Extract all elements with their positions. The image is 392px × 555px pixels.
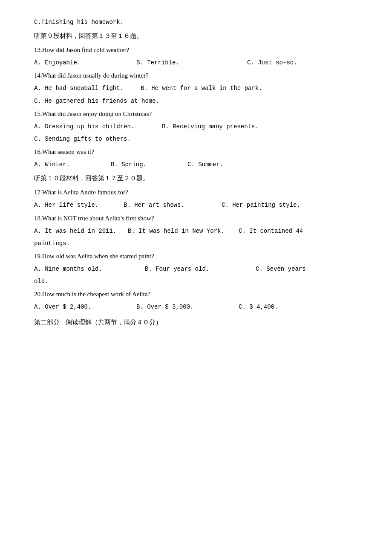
q17-option-b: B. Her art shows. — [124, 200, 222, 211]
q13-option-b: B. Terrible. — [136, 58, 247, 68]
question-19-options-row2: old. — [34, 276, 358, 287]
q14-option-b: B. He went for a walk in the park. — [141, 83, 262, 94]
question-20-options: A. Over $ 2,400. B. Over $ 3,000. C. $ 4… — [34, 302, 358, 312]
q16-option-b: B. Spring. — [111, 159, 187, 170]
question-20-text: 20.How much is the cheapest work of Aeli… — [34, 289, 358, 300]
listen-section-10-header: 听第１０段材料，回答第１７至２０题。 — [34, 173, 358, 184]
q16-option-c: C. Summer. — [187, 159, 223, 170]
question-19-text: 19.How old was Aelita when she started p… — [34, 251, 358, 262]
question-17: 17.What is Aelita Andre famous for? A. H… — [34, 187, 358, 211]
question-13: 13.How did Jason find cold weather? A. E… — [34, 44, 358, 68]
question-16: 16.What season was it? A. Winter. B. Spr… — [34, 146, 358, 170]
question-14: 14.What did Jason usually do during wint… — [34, 70, 358, 106]
q13-option-c: C. Just so-so. — [247, 58, 332, 68]
q20-option-b: B. Over $ 3,000. — [136, 302, 239, 312]
question-20: 20.How much is the cheapest work of Aeli… — [34, 289, 358, 312]
question-15-options-row2: C. Sending gifts to others. — [34, 134, 358, 145]
q13-option-a: A. Enjoyable. — [34, 58, 136, 68]
question-13-options: A. Enjoyable. B. Terrible. C. Just so-so… — [34, 58, 358, 68]
question-16-options: A. Winter. B. Spring. C. Summer. — [34, 159, 358, 170]
question-15: 15.What did Jason enjoy doing on Christm… — [34, 108, 358, 145]
q18-option-a: A. It was held in 2011. — [34, 226, 128, 237]
part-2-header: 第二部分 阅读理解（共两节，满分４０分） — [34, 317, 358, 328]
q18-option-b: B. It was held in New York. — [128, 226, 239, 237]
question-19-options-row1: A. Nine months old. B. Four years old. C… — [34, 264, 358, 275]
q17-option-c: C. Her painting style. — [222, 200, 300, 211]
q14-option-c: C. He gathered his friends at home. — [34, 96, 159, 107]
question-17-options: A. Her life style. B. Her art shows. C. … — [34, 200, 358, 211]
q15-option-b: B. Receiving many presents. — [162, 121, 259, 132]
q20-option-c: C. $ 4,400. — [239, 302, 278, 312]
q19-option-a: A. Nine months old. — [34, 264, 145, 275]
q15-option-c: C. Sending gifts to others. — [34, 134, 131, 145]
question-14-options-row1: A. He had snowball fight. B. He went for… — [34, 83, 358, 94]
question-14-text: 14.What did Jason usually do during wint… — [34, 70, 358, 81]
question-18-text: 18.What is NOT true about Aelita's first… — [34, 213, 358, 224]
question-15-options-row1: A. Dressing up his children. B. Receivin… — [34, 121, 358, 132]
question-15-text: 15.What did Jason enjoy doing on Christm… — [34, 108, 358, 120]
question-13-text: 13.How did Jason find cold weather? — [34, 44, 358, 56]
q20-option-a: A. Over $ 2,400. — [34, 302, 136, 312]
question-17-text: 17.What is Aelita Andre famous for? — [34, 187, 358, 198]
question-18: 18.What is NOT true about Aelita's first… — [34, 213, 358, 249]
q18-option-c-cont: paintings. — [34, 238, 70, 249]
q14-option-a: A. He had snowball fight. — [34, 83, 141, 94]
page-content: C.Finishing his homework. 听第９段材料，回答第１３至１… — [34, 17, 358, 328]
q16-option-a: A. Winter. — [34, 159, 111, 170]
q19-option-c-cont: old. — [34, 276, 49, 287]
question-14-options-row2: C. He gathered his friends at home. — [34, 96, 358, 107]
listen-section-9-header: 听第９段材料，回答第１３至１６题。 — [34, 30, 358, 42]
q15-option-a: A. Dressing up his children. — [34, 121, 162, 132]
question-18-options-row1: A. It was held in 2011. B. It was held i… — [34, 226, 358, 237]
q17-option-a: A. Her life style. — [34, 200, 124, 211]
question-18-options-row2: paintings. — [34, 238, 358, 249]
question-19: 19.How old was Aelita when she started p… — [34, 251, 358, 287]
q18-option-c-partial: C. It contained 44 — [239, 226, 303, 237]
q19-option-c-partial: C. Seven years — [256, 264, 306, 275]
q19-option-b: B. Four years old. — [145, 264, 256, 275]
question-16-text: 16.What season was it? — [34, 146, 358, 158]
option-c-finishing: C.Finishing his homework. — [34, 17, 358, 28]
